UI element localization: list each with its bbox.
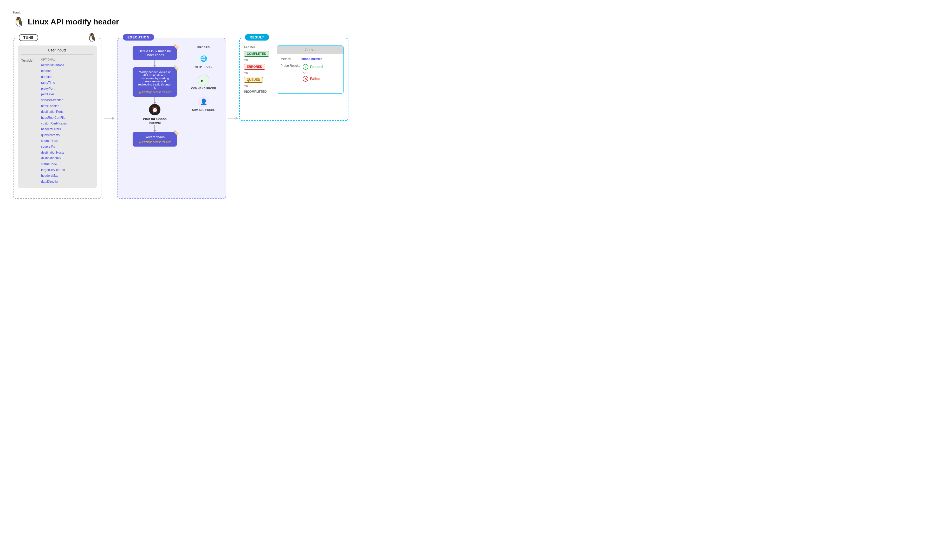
status-completed: COMPLETED bbox=[244, 51, 269, 57]
exec-step-wait: ⏰ Wait for ChaosInterval bbox=[143, 104, 166, 125]
tune-linux-icon: 🐧 bbox=[87, 32, 97, 42]
probe-results-row: Probe Results ✓ Passed OR ✕ Failed bbox=[280, 64, 340, 82]
command-probe-label: COMMAND PROBE bbox=[191, 87, 216, 90]
input-headersMap: headersMap bbox=[41, 173, 67, 178]
tunable-label: Tunable bbox=[21, 58, 37, 184]
execution-to-result-arrow bbox=[226, 118, 239, 118]
input-pathFilter: pathFilter bbox=[41, 92, 67, 97]
status-errored: ERRORED bbox=[244, 64, 265, 70]
failed-text: Failed bbox=[310, 77, 320, 81]
or-2: OR bbox=[244, 72, 273, 75]
status-incompleted: INCOMPLETED bbox=[244, 90, 273, 94]
probes-section: PROBES 🌐 HTTP PROBE ▶_ COMMAND PROBE 👤 S… bbox=[187, 43, 220, 146]
input-sourceIPs: sourceIPs bbox=[41, 144, 67, 149]
execution-section: EXECUTION 🏷️ Derive Linux machine under … bbox=[117, 38, 226, 199]
result-badge: RESULT bbox=[245, 34, 269, 40]
srm-probe: 👤 SRM SLO PROBE bbox=[187, 96, 220, 111]
tune-section: TUNE 🐧 User Inputs Tunable OPTIONAL netw… bbox=[13, 38, 102, 199]
failed-icon: ✕ bbox=[303, 76, 308, 82]
input-headersFilters: headersFilters bbox=[41, 126, 67, 132]
or-1: OR bbox=[244, 59, 273, 62]
srm-probe-label: SRM SLO PROBE bbox=[192, 109, 215, 111]
output-body: Metrics chaos metrics Probe Results ✓ Pa… bbox=[277, 54, 344, 88]
passed-text: Passed bbox=[310, 65, 323, 69]
metrics-label: Metrics bbox=[280, 57, 299, 61]
page-label: Fault bbox=[13, 11, 922, 14]
tune-to-execution-arrow bbox=[102, 118, 117, 118]
exec-step-revert: 🏷️ Revert chaos 🔒 Privilege access requi… bbox=[132, 132, 177, 146]
http-probe-icon: 🌐 bbox=[198, 53, 209, 65]
input-method: method bbox=[41, 68, 67, 74]
output-col: Output Metrics chaos metrics Probe Resul… bbox=[277, 46, 344, 94]
input-rampTime: rampTime bbox=[41, 80, 67, 85]
probes-label: PROBES bbox=[187, 46, 220, 49]
input-sourceHosts: sourceHosts bbox=[41, 138, 67, 143]
input-httpsRootCertFile: httpsRootCertFile bbox=[41, 115, 67, 120]
inputs-items-col: OPTIONAL networkInterface method duratio… bbox=[41, 58, 67, 184]
http-probe: 🌐 HTTP PROBE bbox=[187, 53, 220, 68]
exec-arrow-3 bbox=[154, 125, 155, 132]
probe-or: OR bbox=[303, 71, 323, 74]
probe-results-label: Probe Results bbox=[280, 64, 300, 68]
http-probe-label: HTTP PROBE bbox=[195, 66, 212, 68]
tune-badge: TUNE bbox=[19, 34, 38, 41]
exec-step-modify: 🏷️ Modify header values of API requests … bbox=[132, 67, 177, 97]
result-section: RESULT STATUS COMPLETED OR ERRORED OR QU… bbox=[239, 38, 348, 121]
command-probe: ▶_ COMMAND PROBE bbox=[187, 75, 220, 90]
status-col: STATUS COMPLETED OR ERRORED OR QUEUED OR… bbox=[244, 46, 273, 94]
input-destinationIPs: destinationIPs bbox=[41, 155, 67, 161]
metrics-row: Metrics chaos metrics bbox=[280, 57, 340, 61]
clock-icon: ⏰ bbox=[149, 104, 160, 115]
passed-result: ✓ Passed bbox=[303, 64, 323, 70]
input-statusCode: statusCode bbox=[41, 162, 67, 167]
input-httpsEnabled: httpsEnabled bbox=[41, 103, 67, 109]
metrics-link[interactable]: chaos metrics bbox=[301, 57, 322, 61]
optional-label: OPTIONAL bbox=[41, 58, 67, 61]
output-header: Output bbox=[277, 46, 344, 54]
passed-icon: ✓ bbox=[303, 64, 308, 70]
failed-result: ✕ Failed bbox=[303, 76, 323, 82]
page-title: Linux API modify header bbox=[28, 17, 119, 26]
exec-flow: 🏷️ Derive Linux machine under chaos 🏷️ M… bbox=[123, 43, 187, 146]
status-queued: QUEUED bbox=[244, 77, 263, 83]
wait-label: Wait for ChaosInterval bbox=[143, 117, 166, 125]
status-section-label: STATUS bbox=[244, 46, 273, 48]
input-dataDirection: dataDirection bbox=[41, 179, 67, 184]
input-customCertificates: customCertificates bbox=[41, 121, 67, 126]
probe-results-values: ✓ Passed OR ✕ Failed bbox=[303, 64, 323, 82]
srm-probe-icon: 👤 bbox=[198, 96, 209, 108]
exec-arrow-2 bbox=[154, 97, 155, 104]
exec-step-derive: 🏷️ Derive Linux machine under chaos bbox=[132, 46, 177, 60]
input-destinationPorts: destinationPorts bbox=[41, 109, 67, 114]
input-networkInterface: networkInterface bbox=[41, 63, 67, 68]
input-destinationHosts: destinationHosts bbox=[41, 150, 67, 155]
input-targetServicePort: targetServicePort bbox=[41, 167, 67, 172]
input-proxyPort: proxyPort bbox=[41, 86, 67, 91]
command-probe-icon: ▶_ bbox=[198, 75, 209, 86]
input-duration: duration bbox=[41, 74, 67, 80]
or-3: OR bbox=[244, 85, 273, 88]
linux-title-icon: 🐧 bbox=[13, 16, 25, 27]
input-queryParams: queryParams bbox=[41, 132, 67, 138]
exec-arrow-1 bbox=[154, 60, 155, 67]
user-inputs-title: User Inputs bbox=[21, 48, 93, 55]
user-inputs-box: User Inputs Tunable OPTIONAL networkInte… bbox=[18, 46, 97, 188]
input-serviceDirection: serviceDirection bbox=[41, 97, 67, 103]
execution-badge: EXECUTION bbox=[123, 34, 154, 40]
